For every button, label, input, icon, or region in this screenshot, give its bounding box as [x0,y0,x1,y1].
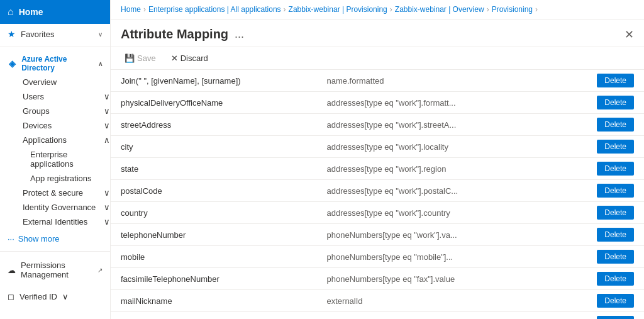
home-label: Home [19,7,43,17]
sidebar-divider-2 [0,251,110,252]
target-cell: urn:ietf:params:scim:schemas:exte... [316,312,581,320]
breadcrumb-sep-1: › [143,5,146,14]
toolbar: 💾 Save ✕ Discard [111,47,644,70]
action-cell: Delete [582,180,644,202]
target-cell: addresses[type eq "work"].postalC... [316,180,581,202]
users-chevron-icon: ∨ [104,92,110,101]
action-cell: Delete [582,246,644,268]
sidebar-item-overview[interactable]: Overview [0,75,110,89]
breadcrumb-home[interactable]: Home [121,5,141,14]
delete-button[interactable]: Delete [597,250,634,264]
source-cell: telephoneNumber [111,224,316,246]
action-cell: Delete [582,202,644,224]
delete-button[interactable]: Delete [597,140,634,154]
save-label: Save [137,53,156,63]
breadcrumb-provisioning[interactable]: Zabbix-webinar | Provisioning [289,5,387,14]
azure-ad-label: Azure Active Directory [21,55,93,72]
table-row: employeeId urn:ietf:params:scim:schemas:… [111,312,644,320]
sidebar-home[interactable]: ⌂ Home [0,0,110,24]
target-cell: addresses[type eq "work"].country [316,202,581,224]
sidebar-item-identity-gov[interactable]: Identity Governance ∨ [0,200,110,215]
verified-id-icon: ◻ [8,292,14,301]
target-cell: phoneNumbers[type eq "fax"].value [316,268,581,290]
table-row: postalCode addresses[type eq "work"].pos… [111,180,644,202]
action-cell: Delete [582,224,644,246]
save-icon: 💾 [125,53,135,63]
app-registrations-label: App registrations [30,174,92,183]
breadcrumb-sep-4: › [487,5,489,14]
applications-label: Applications [23,135,67,145]
sidebar-item-permissions[interactable]: ☁ Permissions Management ↗ [0,254,110,286]
action-cell: Delete [582,158,644,180]
sidebar: ⌂ Home ★ Favorites ∨ ◈ Azure Active Dire… [0,0,111,319]
source-cell: mailNickname [111,290,316,312]
sidebar-item-devices[interactable]: Devices ∨ [0,118,110,133]
discard-button[interactable]: ✕ Discard [167,51,212,65]
star-icon: ★ [8,29,16,39]
target-cell: name.formatted [316,70,581,92]
protect-label: Protect & secure [23,188,83,198]
verified-id-label: Verified ID [19,292,57,301]
sidebar-item-enterprise-apps[interactable]: Enterprise applications [0,147,110,171]
breadcrumb-enterprise-apps[interactable]: Enterprise applications | All applicatio… [148,5,281,14]
delete-button[interactable]: Delete [597,316,634,319]
content-area: Join(" ", [givenName], [surname]) name.f… [111,70,644,319]
breadcrumb-sep-3: › [390,5,392,14]
action-cell: Delete [582,92,644,114]
action-cell: Delete [582,70,644,92]
breadcrumb-provisioning-2[interactable]: Provisioning [492,5,533,14]
users-label: Users [23,92,44,101]
delete-button[interactable]: Delete [597,206,634,220]
breadcrumb-sep-2: › [284,5,286,14]
table-row: mailNickname externalId Delete [111,290,644,312]
delete-button[interactable]: Delete [597,118,634,132]
target-cell: phoneNumbers[type eq "work"].va... [316,224,581,246]
show-more[interactable]: ··· Show more [0,229,110,249]
save-button[interactable]: 💾 Save [121,51,160,65]
delete-button[interactable]: Delete [597,96,634,109]
target-cell: phoneNumbers[type eq "mobile"]... [316,246,581,268]
action-cell: Delete [582,290,644,312]
breadcrumb-overview[interactable]: Zabbix-webinar | Overview [395,5,484,14]
sidebar-item-external-ids[interactable]: External Identities ∨ [0,215,110,229]
target-cell: externalId [316,290,581,312]
main-content: Home › Enterprise applications | All app… [111,0,644,319]
external-link-icon: ↗ [97,267,103,274]
close-button[interactable]: ✕ [625,28,634,42]
panel-more-button[interactable]: ... [235,28,244,41]
identity-gov-chevron-icon: ∨ [104,203,110,212]
sidebar-item-applications[interactable]: Applications ∧ [0,133,110,147]
table-row: country addresses[type eq "work"].countr… [111,202,644,224]
sidebar-item-protect[interactable]: Protect & secure ∨ [0,186,110,200]
source-cell: postalCode [111,180,316,202]
source-cell: country [111,202,316,224]
source-cell: state [111,158,316,180]
sidebar-item-verified-id[interactable]: ◻ Verified ID ∨ [0,286,110,308]
delete-button[interactable]: Delete [597,162,634,176]
source-cell: mobile [111,246,316,268]
sidebar-item-app-registrations[interactable]: App registrations [0,171,110,186]
sidebar-item-azure-ad[interactable]: ◈ Azure Active Directory ∧ [0,50,110,75]
delete-button[interactable]: Delete [597,272,634,286]
devices-chevron-icon: ∨ [104,121,110,130]
delete-button[interactable]: Delete [597,294,634,308]
delete-button[interactable]: Delete [597,74,634,87]
target-cell: addresses[type eq "work"].locality [316,136,581,158]
external-ids-label: External Identities [23,217,87,227]
protect-chevron-icon: ∨ [104,188,110,198]
attribute-table: Join(" ", [givenName], [surname]) name.f… [111,70,644,319]
delete-button[interactable]: Delete [597,184,634,198]
table-row: streetAddress addresses[type eq "work"].… [111,114,644,136]
sidebar-item-groups[interactable]: Groups ∨ [0,104,110,118]
overview-label: Overview [23,77,57,87]
delete-button[interactable]: Delete [597,228,634,242]
groups-label: Groups [23,106,50,116]
discard-label: Discard [180,53,208,63]
sidebar-item-users[interactable]: Users ∨ [0,89,110,104]
source-cell: city [111,136,316,158]
devices-label: Devices [23,121,52,130]
favorites-label: Favorites [21,30,54,39]
source-cell: streetAddress [111,114,316,136]
target-cell: addresses[type eq "work"].region [316,158,581,180]
sidebar-item-favorites[interactable]: ★ Favorites ∨ [0,24,110,44]
